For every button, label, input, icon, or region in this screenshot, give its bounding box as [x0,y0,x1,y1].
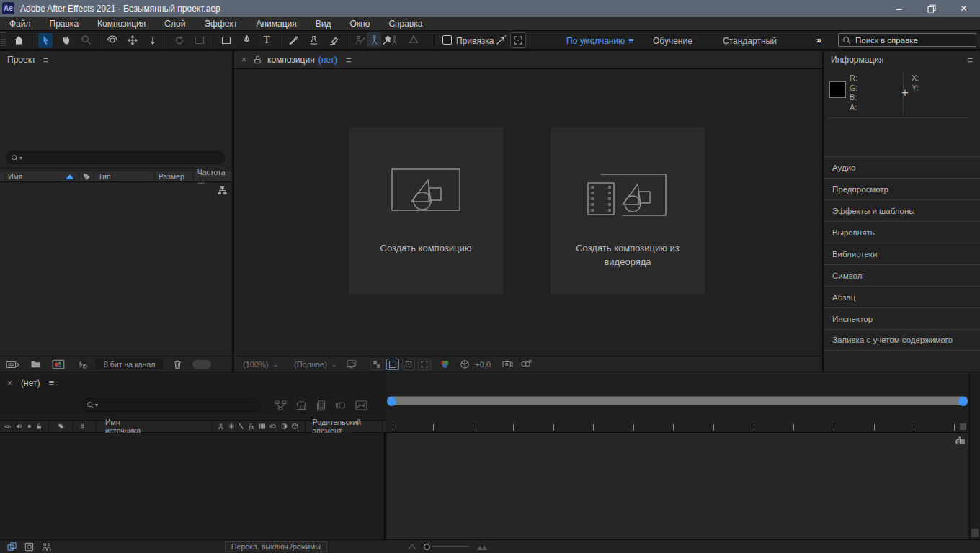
orbit-camera-tool[interactable] [105,33,120,48]
help-search-input[interactable] [855,36,963,45]
panel-tab-character[interactable]: Символ [824,264,980,286]
effects-fx-column-icon[interactable]: fx [249,422,254,431]
collapse-transformations-icon[interactable] [228,422,235,431]
workspace-menu-icon[interactable]: ≡ [628,35,634,46]
menu-animation[interactable]: Анимация [246,17,306,31]
zoom-tool[interactable] [79,33,93,48]
exposure-value[interactable]: +0,0 [475,360,491,369]
restore-button[interactable] [915,0,948,17]
puppet-advanced-pin-button[interactable] [406,32,421,47]
stamp-tool[interactable] [306,33,321,48]
dolly-camera-tool[interactable] [146,33,160,48]
lock-icon[interactable] [36,422,42,431]
time-ruler[interactable] [387,405,968,433]
column-size[interactable]: Размер [159,172,184,181]
unlock-icon[interactable] [254,55,262,64]
transparency-grid-button[interactable] [370,359,383,370]
toolbar-grip[interactable] [1,32,6,48]
draft-3d-icon[interactable] [295,400,307,411]
pixel-aspect-icon[interactable] [520,359,532,369]
frame-blend-icon[interactable] [259,422,266,431]
menu-window[interactable]: Окно [340,17,379,31]
panel-tab-content-aware-fill[interactable]: Заливка с учетом содержимого [824,329,980,351]
menu-help[interactable]: Справка [379,17,432,31]
tab-close-icon[interactable]: × [7,378,12,388]
home-button[interactable] [12,33,26,48]
panel-tab-paragraph[interactable]: Абзац [824,286,980,307]
panel-tab-effects-presets[interactable]: Эффекты и шаблоны [824,199,980,221]
column-rate[interactable]: Частота … [197,168,232,185]
close-button[interactable]: × [948,0,980,17]
zoom-level-dropdown[interactable]: (100%) [243,360,268,369]
puppet-starch-pin-button[interactable] [387,32,401,47]
exposure-shutter-icon[interactable] [460,359,470,369]
zoom-in-mountains-icon[interactable] [476,543,488,551]
sort-ascending-icon[interactable] [66,174,74,179]
workspace-tab-default[interactable]: По умолчанию [566,36,625,46]
panel-tab-align[interactable]: Выровнять [824,221,980,243]
composition-panel-menu-icon[interactable]: ≡ [346,55,352,66]
tab-close-icon[interactable]: × [241,55,246,65]
new-composition-from-footage-card[interactable]: Создать композицию из видеоряда [551,127,705,294]
text-tool[interactable]: T [259,33,274,48]
screen-layout-icon[interactable] [347,359,358,369]
marker-bin-icon[interactable] [960,423,966,430]
puppet-position-pin-button[interactable] [367,32,381,47]
zoom-slider-knob[interactable] [424,544,430,550]
project-search-box[interactable]: ▾ [6,151,225,164]
frame-render-icon[interactable] [316,400,326,411]
roto-brush-tool[interactable] [353,33,368,48]
workspace-overflow-icon[interactable]: » [816,35,820,45]
help-search-box[interactable] [838,33,976,47]
timeline-zoom-slider[interactable] [408,543,488,551]
camera-region-tool[interactable] [192,33,207,48]
menu-file[interactable]: Файл [0,17,40,31]
channels-icon[interactable] [440,359,450,369]
mask-visibility-button[interactable] [386,359,399,370]
motion-blur-icon[interactable] [335,400,347,411]
label-tag-icon[interactable] [82,172,91,181]
timeline-vertical-scrollbar[interactable] [969,372,980,539]
project-flowchart-icon[interactable] [217,185,228,196]
graph-editor-icon[interactable] [355,400,368,411]
timeline-search-input[interactable] [102,401,239,410]
panel-tab-preview[interactable]: Предпросмотр [824,178,980,199]
color-depth-icon[interactable] [76,359,87,369]
video-eye-icon[interactable] [4,423,12,431]
trash-icon[interactable] [173,359,182,369]
menu-edit[interactable]: Правка [40,17,89,31]
menu-view[interactable]: Вид [306,17,341,31]
minimize-button[interactable]: – [883,0,915,17]
resolution-dropdown[interactable]: (Полное) [294,360,327,369]
motion-blur-column-icon[interactable] [270,422,277,431]
pan-camera-tool[interactable] [125,33,140,48]
new-composition-card[interactable]: Создать композицию [349,127,503,294]
timeline-tab[interactable]: × (нет) ≡ [7,377,54,388]
work-area-bar[interactable] [387,396,968,405]
column-name[interactable]: Имя [8,172,22,181]
panel-tab-libraries[interactable]: Библиотеки [824,243,980,264]
pen-tool[interactable] [239,33,254,48]
zoom-slider-track[interactable] [432,546,469,547]
layer-number-column[interactable]: # [80,422,84,431]
toggle-switches-modes-button[interactable]: Перекл. выключ./режимы [225,541,327,552]
selection-tool[interactable] [38,33,53,48]
shape-overlay-button[interactable] [402,359,415,370]
scrollbar-thumb[interactable] [971,529,979,537]
panel-tab-audio[interactable]: Аудио [824,156,980,178]
label-tag-icon[interactable] [58,422,65,431]
shy-icon[interactable] [218,422,224,431]
menu-layer[interactable]: Слой [155,17,195,31]
column-type[interactable]: Тип [98,172,111,181]
composition-flowchart-icon[interactable] [275,400,287,411]
rectangle-tool[interactable] [219,33,233,48]
brush-tool[interactable] [286,33,300,48]
expand-layer-switches-icon[interactable] [7,542,17,552]
rotate-tool[interactable] [172,33,187,48]
new-composition-icon[interactable] [52,359,65,369]
adjustment-layer-icon[interactable] [281,422,288,431]
mini-composition-icon[interactable] [953,434,966,446]
snapping-checkbox[interactable] [442,35,452,45]
timeline-panel-menu-icon[interactable]: ≡ [48,377,54,388]
solo-icon[interactable] [27,423,32,430]
